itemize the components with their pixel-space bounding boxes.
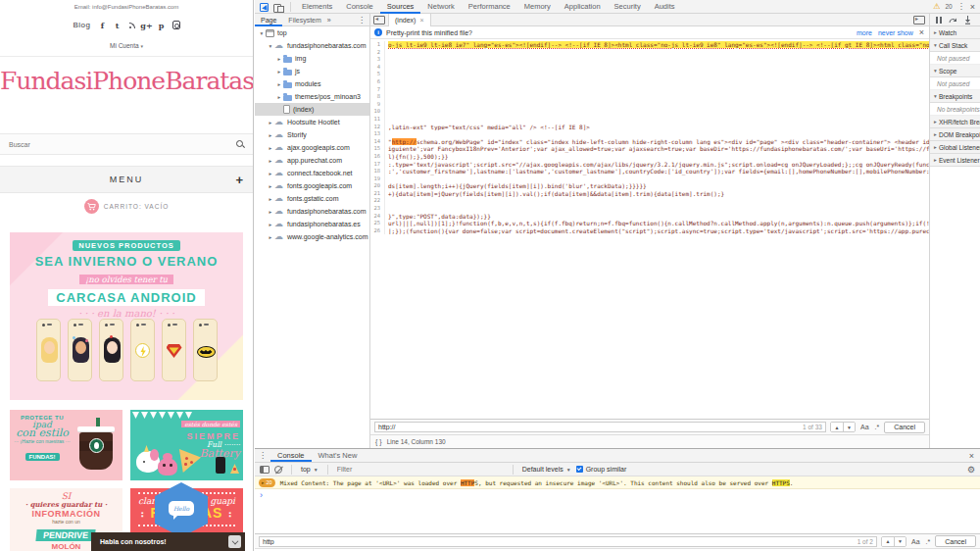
line-number[interactable]: 22: [370, 197, 385, 205]
tree-item-fundasiphonebaratas-com[interactable]: ▸☁fundasiphonebaratas.com: [255, 205, 369, 218]
tree-item-top[interactable]: ▾top: [255, 26, 369, 39]
tree-item-modules[interactable]: ▸modules: [255, 77, 369, 90]
banner-battery[interactable]: estés donde estés SIEMPRE Full ······· B…: [130, 410, 243, 480]
triangle-collapsed-icon[interactable]: ▸: [267, 120, 274, 125]
devtools-tab-sources[interactable]: Sources: [380, 0, 421, 14]
account-menu[interactable]: Mi Cuenta ▾: [0, 42, 253, 49]
search-previous-icon[interactable]: ▲: [882, 537, 894, 546]
tree-item-connect-facebook-net[interactable]: ▸☁connect.facebook.net: [255, 167, 369, 179]
line-number[interactable]: 7: [370, 86, 385, 94]
cart-status[interactable]: CARRITO: VACÍO: [0, 199, 253, 214]
line-number[interactable]: 14: [370, 138, 385, 146]
instagram-icon[interactable]: [172, 21, 180, 29]
triangle-collapsed-icon[interactable]: ▸: [932, 131, 939, 137]
pretty-print-icon[interactable]: { }: [375, 438, 382, 445]
line-number[interactable]: 10: [370, 108, 385, 116]
sidebar-section-scope[interactable]: ▾Scope: [930, 65, 980, 77]
triangle-collapsed-icon[interactable]: ▸: [267, 209, 274, 215]
triangle-collapsed-icon[interactable]: ▸: [275, 69, 283, 75]
devtools-tab-console[interactable]: Console: [339, 0, 380, 14]
console-filter-input[interactable]: [337, 466, 504, 473]
console-settings-icon[interactable]: ⚙: [967, 465, 975, 475]
devtools-tab-application[interactable]: Application: [558, 0, 608, 14]
tree-item--index-[interactable]: (index): [255, 103, 369, 116]
log-levels-selector[interactable]: Default levels▼: [522, 466, 571, 473]
tree-item-fundasiphonebaratas-es[interactable]: ▸☁fundasiphonebaratas.es: [255, 218, 369, 230]
regex-toggle[interactable]: .*: [925, 538, 932, 545]
tree-item-storify[interactable]: ▸☁Storify: [255, 128, 369, 141]
sidebar-section-global-listeners[interactable]: ▸Global Listeners: [930, 141, 980, 154]
tree-item-app-purechat-com[interactable]: ▸☁app.purechat.com: [255, 154, 369, 167]
warning-icon[interactable]: ⚠: [933, 2, 940, 11]
search-next-icon[interactable]: ▼: [843, 423, 855, 431]
tree-item-fonts-googleapis-com[interactable]: ▸☁fonts.googleapis.com: [255, 179, 369, 192]
triangle-collapsed-icon[interactable]: ▸: [275, 56, 283, 62]
line-number[interactable]: 19: [370, 175, 385, 183]
navigator-menu-icon[interactable]: ⋮: [358, 16, 369, 25]
triangle-expanded-icon[interactable]: ▾: [258, 30, 266, 36]
devtools-menu-icon[interactable]: ⋮: [957, 2, 965, 11]
step-over-icon[interactable]: [949, 17, 957, 25]
line-number[interactable]: 5: [370, 71, 385, 78]
triangle-expanded-icon[interactable]: ▾: [267, 43, 274, 49]
drawer-menu-icon[interactable]: ⋮: [255, 451, 270, 460]
twitter-icon[interactable]: t: [114, 21, 122, 29]
line-number[interactable]: 4: [370, 64, 385, 72]
sidebar-section-dom-breakpoints[interactable]: ▸DOM Breakpoints: [930, 128, 980, 141]
tab-filesystem[interactable]: Filesystem: [282, 15, 326, 26]
sidebar-section-xhr-fetch-breakpoints[interactable]: ▸XHR/fetch Breakpoints: [930, 116, 980, 128]
tree-item-js[interactable]: ▸js: [255, 65, 369, 77]
tree-item-fundasiphonebaratas-com[interactable]: ▾☁fundasiphonebaratas.com: [255, 39, 369, 52]
tree-item-img[interactable]: ▸img: [255, 52, 369, 65]
search-next-icon[interactable]: ▼: [894, 537, 906, 546]
tree-item-hootsuite-hootlet[interactable]: ▸☁Hootsuite Hootlet: [255, 116, 369, 128]
line-number[interactable]: 12: [370, 124, 385, 131]
search-icon[interactable]: [236, 140, 244, 148]
line-number[interactable]: 18: [370, 168, 385, 175]
triangle-collapsed-icon[interactable]: ▸: [267, 171, 274, 176]
tab-console[interactable]: Console: [270, 449, 312, 462]
triangle-collapsed-icon[interactable]: ▸: [275, 94, 283, 100]
triangle-collapsed-icon[interactable]: ▸: [932, 29, 939, 35]
pinterest-icon[interactable]: p: [158, 21, 166, 29]
context-selector[interactable]: top▼: [301, 466, 318, 473]
file-tab-index[interactable]: (index) ×: [388, 14, 431, 26]
search-input[interactable]: [9, 141, 236, 148]
triangle-collapsed-icon[interactable]: ▸: [932, 144, 939, 150]
tree-item-fonts-gstatic-com[interactable]: ▸☁fonts.gstatic.com: [255, 192, 369, 205]
triangle-collapsed-icon[interactable]: ▸: [267, 183, 274, 189]
line-number[interactable]: 23: [370, 205, 385, 213]
line-number[interactable]: 11: [370, 116, 385, 124]
search-cancel-button[interactable]: Cancel: [935, 535, 976, 547]
line-number[interactable]: 24: [370, 213, 385, 221]
infobar-more-link[interactable]: more: [857, 29, 872, 36]
triangle-collapsed-icon[interactable]: ▸: [267, 196, 274, 202]
console-prompt[interactable]: ›: [255, 489, 980, 501]
devtools-tab-performance[interactable]: Performance: [462, 0, 517, 14]
navigator-toggle-icon[interactable]: [373, 16, 385, 25]
triangle-collapsed-icon[interactable]: ▸: [275, 81, 283, 87]
rss-icon[interactable]: [128, 21, 136, 29]
search-previous-icon[interactable]: ▲: [831, 423, 843, 431]
message-count-badge[interactable]: ▸ 20: [259, 478, 275, 487]
google-plus-icon[interactable]: g+: [143, 21, 151, 29]
line-number[interactable]: 3: [370, 56, 385, 64]
triangle-collapsed-icon[interactable]: ▸: [267, 132, 274, 138]
line-number[interactable]: 17: [370, 161, 385, 169]
line-number[interactable]: 21: [370, 190, 385, 198]
site-logo[interactable]: FundasiPhoneBaratas: [0, 67, 253, 95]
console-warning-message[interactable]: ▸ 20 Mixed Content: The page at '<URL>' …: [255, 476, 980, 489]
line-number[interactable]: 26: [370, 227, 385, 235]
pause-script-icon[interactable]: [936, 17, 942, 24]
clear-console-icon[interactable]: [274, 466, 282, 474]
tree-item-www-google-analytics-com[interactable]: ▸☁www.google-analytics.com: [255, 230, 369, 243]
triangle-expanded-icon[interactable]: ▾: [932, 68, 939, 74]
console-search-input[interactable]: [263, 538, 858, 545]
device-toolbar-icon[interactable]: [272, 2, 284, 12]
line-number[interactable]: 6: [370, 78, 385, 86]
regex-toggle[interactable]: .*: [874, 424, 881, 430]
console-sidebar-icon[interactable]: [260, 466, 270, 474]
step-into-icon[interactable]: [964, 16, 971, 25]
line-number[interactable]: 13: [370, 130, 385, 138]
tab-page[interactable]: Page: [255, 15, 282, 26]
